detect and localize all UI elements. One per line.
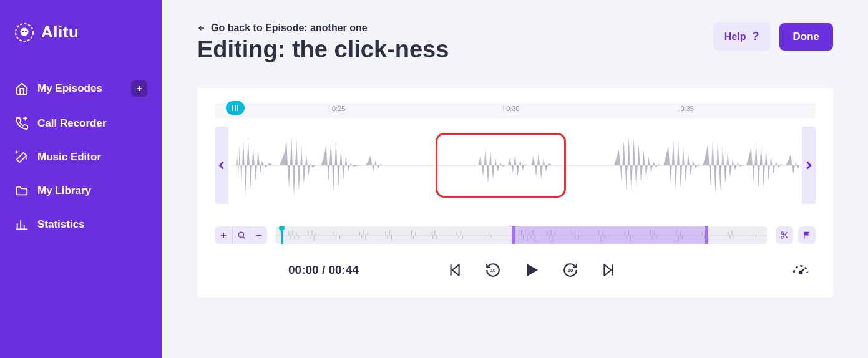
nav: My Episodes Call Recorder Music Editor M…: [15, 72, 147, 240]
split-button[interactable]: [776, 226, 793, 244]
minus-icon: [255, 231, 263, 239]
sidebar-item-label: My Library: [37, 185, 91, 197]
plus-icon: [135, 84, 144, 93]
timeline-ruler[interactable]: 0:25 0:30 0:35: [215, 103, 816, 118]
waveform-next-button[interactable]: [802, 127, 816, 204]
add-episode-button[interactable]: [131, 80, 147, 97]
back-link[interactable]: Go back to Episode: another one: [197, 22, 449, 34]
ruler-tick: 0:30: [503, 105, 519, 112]
editor-panel: 0:25 0:30 0:35: [197, 88, 833, 298]
search-icon: [237, 231, 246, 239]
folder-icon: [15, 184, 29, 198]
skip-forward-icon: [601, 262, 617, 278]
zoom-group: [215, 226, 267, 244]
flag-icon: [802, 231, 811, 239]
svg-point-2: [22, 30, 24, 32]
sidebar: Alitu My Episodes Call Recorder Music Ed…: [0, 0, 162, 358]
waveform-area: [215, 127, 816, 204]
ruler-tick: 0:25: [329, 105, 345, 112]
zoom-in-button[interactable]: [215, 226, 232, 244]
rewind-10-icon: 10: [485, 262, 501, 278]
transport-bar: 00:00 / 00:44 10 10: [215, 260, 816, 280]
sidebar-item-label: My Episodes: [37, 82, 102, 95]
rewind-10-button[interactable]: 10: [483, 260, 503, 280]
minimap-playhead[interactable]: [281, 226, 283, 244]
sidebar-item-my-episodes[interactable]: My Episodes: [15, 72, 147, 105]
minimap-row: [215, 226, 816, 244]
waveform-svg: [231, 127, 799, 204]
sidebar-item-statistics[interactable]: Statistics: [15, 209, 147, 240]
help-button[interactable]: Help ?: [713, 22, 771, 51]
playback-speed-button[interactable]: [791, 260, 811, 280]
ruler-tick: 0:35: [678, 105, 694, 112]
current-time: 00:00: [288, 263, 319, 276]
svg-point-10: [799, 271, 802, 274]
total-time: 00:44: [328, 263, 359, 276]
svg-text:10: 10: [490, 268, 495, 273]
sidebar-item-call-recorder[interactable]: Call Recorder: [15, 108, 147, 139]
scissors-icon: [780, 231, 789, 239]
svg-point-7: [781, 236, 784, 239]
help-label: Help: [724, 31, 746, 42]
chevron-right-icon: [802, 158, 816, 172]
wand-icon: [15, 150, 29, 164]
skip-back-icon: [446, 262, 462, 278]
plus-icon: [219, 231, 228, 239]
main: Go back to Episode: another one Editing:…: [162, 0, 868, 358]
svg-point-3: [25, 30, 27, 32]
zoom-fit-button[interactable]: [232, 226, 250, 244]
waveform-prev-button[interactable]: [215, 127, 228, 204]
sidebar-item-label: Call Recorder: [37, 117, 107, 130]
svg-text:10: 10: [568, 268, 573, 273]
gauge-icon: [791, 260, 811, 280]
bars-icon: [15, 218, 29, 231]
crop-button[interactable]: [798, 226, 816, 244]
minimap-selection[interactable]: [512, 226, 708, 244]
header-actions: Help ? Done: [713, 22, 833, 51]
minimap[interactable]: [276, 226, 767, 244]
zoom-out-button[interactable]: [250, 226, 267, 244]
page-title: Editing: the click-ness: [197, 36, 449, 63]
done-label: Done: [793, 31, 820, 42]
tool-buttons: [776, 226, 816, 244]
play-button[interactable]: [522, 260, 542, 280]
brand-logo-icon: [15, 23, 34, 42]
svg-point-6: [781, 232, 784, 235]
time-display: 00:00 / 00:44: [288, 263, 359, 277]
chevron-left-icon: [215, 158, 228, 172]
play-icon: [522, 261, 541, 279]
question-icon: ?: [753, 30, 759, 43]
waveform-canvas[interactable]: [231, 127, 799, 204]
done-button[interactable]: Done: [779, 23, 834, 51]
svg-point-5: [238, 232, 243, 237]
forward-10-button[interactable]: 10: [560, 260, 580, 280]
transport-controls: 10 10: [444, 260, 619, 280]
sidebar-item-label: Music Editor: [37, 151, 101, 163]
brand: Alitu: [15, 22, 147, 42]
svg-point-1: [20, 27, 28, 36]
skip-start-button[interactable]: [444, 260, 464, 280]
sidebar-item-label: Statistics: [37, 218, 85, 231]
phone-icon: [15, 117, 29, 130]
home-icon: [15, 82, 29, 95]
sidebar-item-music-editor[interactable]: Music Editor: [15, 142, 147, 173]
header: Go back to Episode: another one Editing:…: [197, 22, 833, 63]
forward-10-icon: 10: [562, 262, 578, 278]
skip-end-button[interactable]: [599, 260, 619, 280]
playhead-marker[interactable]: [226, 101, 245, 115]
sidebar-item-my-library[interactable]: My Library: [15, 175, 147, 206]
arrow-left-icon: [197, 24, 206, 32]
brand-name: Alitu: [41, 22, 79, 42]
back-link-text: Go back to Episode: another one: [211, 22, 368, 34]
